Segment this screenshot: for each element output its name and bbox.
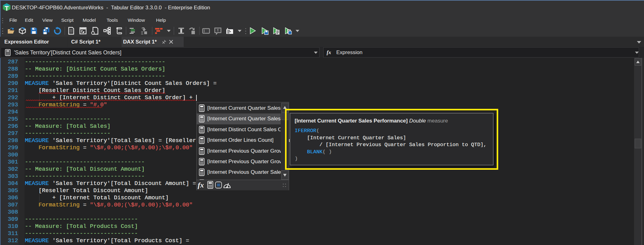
svg-text:fx: fx	[327, 49, 331, 55]
svg-text:fx: fx	[198, 181, 204, 189]
